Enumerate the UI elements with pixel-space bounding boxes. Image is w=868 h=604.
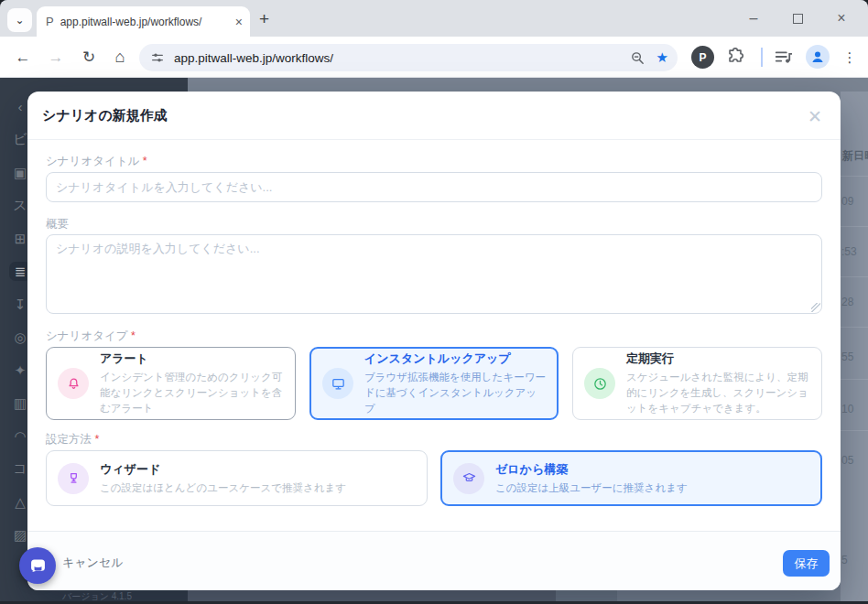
person-icon [809, 49, 826, 65]
table-row-divider [841, 327, 868, 328]
url-text[interactable]: app.pitwall-web.jp/workflows/ [174, 51, 630, 65]
create-scenario-modal: シナリオの新規作成 ✕ シナリオタイトル * 概要 シナリオタイプ * アラート [27, 92, 841, 590]
window-maximize-button[interactable] [776, 0, 819, 37]
zoom-out-icon[interactable] [630, 50, 646, 66]
maximize-icon [793, 14, 803, 24]
scenario-title-label: シナリオタイトル * [46, 154, 147, 169]
home-button[interactable]: ⌂ [104, 37, 136, 78]
scenario-title-input[interactable] [46, 172, 822, 202]
table-row-divider [841, 430, 868, 431]
chat-bubble-icon [28, 556, 48, 576]
back-button[interactable]: ← [7, 37, 38, 78]
modal-header-divider [27, 139, 841, 140]
table-cell-fragment: 10 [841, 403, 853, 415]
method-card-from-scratch[interactable]: ゼロから構築 この設定は上級ユーザーに推奨されます [440, 450, 822, 506]
bell-icon [58, 368, 89, 399]
tab-close-icon[interactable]: × [235, 15, 243, 29]
type-card-alert[interactable]: アラート インシデント管理のためのクリック可能なリンクとスクリーンショットを含む… [46, 347, 296, 420]
address-bar[interactable]: app.pitwall-web.jp/workflows/ ★ [139, 44, 678, 71]
table-row-divider [841, 176, 868, 177]
setup-method-label: 設定方法 * [46, 432, 99, 448]
browser-tab[interactable]: P app.pitwall-web.jp/workflows/ × [37, 6, 250, 37]
method-card-wizard[interactable]: ウィザード この設定はほとんどのユースケースで推奨されます [46, 450, 428, 506]
type-card-desc: スケジュールされた監視により、定期的にリンクを生成し、スクリーンショットをキャプ… [626, 370, 810, 415]
table-row-divider [841, 226, 868, 227]
clock-icon [584, 368, 615, 399]
monitor-icon [322, 368, 353, 399]
type-card-scheduled[interactable]: 定期実行 スケジュールされた監視により、定期的にリンクを生成し、スクリーンショッ… [572, 347, 822, 420]
media-playlist-icon[interactable] [774, 47, 794, 67]
forward-button[interactable]: → [40, 37, 71, 78]
type-card-title: インスタントルックアップ [364, 351, 546, 367]
table-cell-fragment: 09 [841, 195, 853, 208]
modal-title: シナリオの新規作成 [42, 107, 168, 124]
type-card-desc: インシデント管理のためのクリック可能なリンクとスクリーンショットを含むアラート [100, 370, 284, 415]
method-card-title: ゼロから構築 [495, 461, 688, 478]
browser-menu-button[interactable]: ⋮ [837, 37, 863, 78]
type-card-title: 定期実行 [626, 351, 810, 367]
type-card-instant-lookup[interactable]: インスタントルックアップ ブラウザ拡張機能を使用したキーワードに基づくインスタン… [309, 347, 559, 420]
background-row-fragment [556, 590, 617, 601]
browser-window: ⌄ P app.pitwall-web.jp/workflows/ × + – … [0, 0, 868, 604]
textarea-resize-grip[interactable] [811, 303, 820, 312]
type-card-desc: ブラウザ拡張機能を使用したキーワードに基づくインスタントルックアップ [364, 370, 546, 415]
graduation-cap-icon [453, 463, 484, 494]
table-cell-fragment: 05 [841, 454, 853, 467]
new-tab-button[interactable]: + [259, 9, 269, 29]
table-header-fragment: 新日時 [842, 148, 868, 164]
scenario-type-label: シナリオタイプ * [46, 329, 136, 344]
type-card-title: アラート [100, 351, 284, 367]
bookmark-star-icon[interactable]: ★ [656, 49, 668, 66]
chevron-down-icon: ⌄ [15, 14, 24, 27]
table-cell-fragment: 55 [841, 351, 853, 363]
modal-footer [27, 531, 841, 590]
method-card-desc: この設定は上級ユーザーに推奨されます [495, 480, 688, 496]
profile-avatar[interactable] [806, 45, 830, 69]
modal-close-button[interactable]: ✕ [802, 103, 828, 129]
method-card-desc: この設定はほとんどのユースケースで推奨されます [100, 480, 346, 496]
table-row-divider [841, 379, 868, 380]
window-close-button[interactable]: × [820, 0, 863, 37]
summary-label: 概要 [46, 217, 69, 232]
chat-launcher-button[interactable] [19, 547, 56, 584]
tab-title: app.pitwall-web.jp/workflows/ [60, 16, 230, 28]
background-row-fragment [188, 590, 556, 601]
toolbar-separator [761, 48, 763, 67]
reload-button[interactable]: ↻ [73, 37, 104, 78]
table-cell-fragment: 5 [841, 554, 848, 566]
tab-search-button[interactable]: ⌄ [7, 8, 32, 32]
tab-strip: ⌄ P app.pitwall-web.jp/workflows/ × + – … [0, 0, 868, 37]
table-row-divider [841, 276, 868, 277]
background-table-column [841, 92, 868, 601]
method-card-title: ウィザード [100, 461, 346, 478]
window-minimize-button[interactable]: – [732, 0, 775, 37]
summary-textarea[interactable] [46, 234, 822, 314]
extensions-puzzle-icon[interactable] [725, 47, 745, 67]
table-cell-fragment: 28 [841, 296, 853, 308]
table-cell-fragment: :53 [841, 245, 857, 258]
trophy-icon [58, 463, 89, 494]
favicon-icon: P [46, 15, 54, 28]
save-button[interactable]: 保存 [783, 550, 830, 577]
password-extension-icon[interactable]: P [691, 46, 714, 69]
cancel-button[interactable]: キャンセル [53, 549, 133, 577]
site-settings-tune-icon[interactable] [150, 50, 165, 65]
